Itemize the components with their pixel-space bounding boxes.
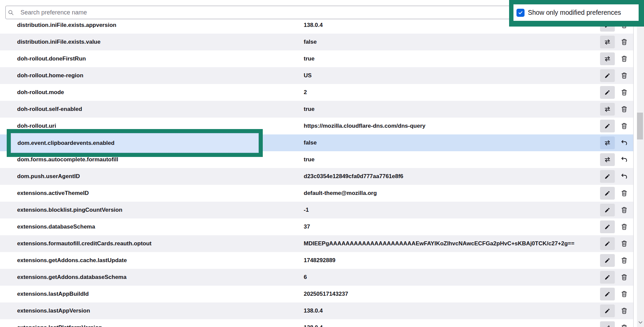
table-right-border	[633, 19, 634, 327]
delete-or-reset-button[interactable]	[617, 254, 632, 267]
toggle-or-edit-button[interactable]	[600, 170, 615, 183]
toggle-or-edit-button[interactable]	[600, 220, 615, 233]
delete-or-reset-button[interactable]	[617, 69, 632, 82]
pref-row[interactable]: doh-rollout.self-enabled true	[0, 101, 633, 118]
pref-row[interactable]: extensions.lastAppVersion 138.0.4	[0, 302, 633, 319]
delete-or-reset-button[interactable]	[617, 120, 632, 132]
pref-name: doh-rollout.self-enabled	[17, 101, 82, 118]
pref-value: false	[304, 134, 317, 151]
pref-value: 138.0.4	[304, 302, 323, 319]
pref-row[interactable]: dom.push.userAgentID d23c0354e12849cfa0d…	[0, 168, 633, 185]
trash-icon	[621, 123, 628, 129]
delete-or-reset-button[interactable]	[617, 187, 632, 200]
edit-pencil-icon	[604, 190, 610, 196]
toggle-or-edit-button[interactable]	[600, 237, 615, 250]
checkbox-container: Show only modified preferences	[513, 4, 639, 21]
scroll-down-arrow-icon[interactable]	[638, 320, 643, 325]
pref-value: 1748292889	[304, 252, 336, 269]
pref-row[interactable]: extensions.formautofill.creditCards.reau…	[0, 235, 633, 252]
delete-or-reset-button[interactable]	[617, 204, 632, 216]
undo-icon	[621, 156, 628, 163]
pref-row[interactable]: extensions.lastAppBuildId 20250517143237	[0, 286, 633, 302]
toggle-or-edit-button[interactable]	[600, 321, 615, 327]
preferences-table: distribution.iniFile.exists.appversion 1…	[0, 17, 633, 327]
toggle-icon	[604, 156, 611, 163]
about-config-page: distribution.iniFile.exists.appversion 1…	[0, 0, 644, 327]
delete-or-reset-button[interactable]	[617, 288, 632, 300]
toggle-or-edit-button[interactable]	[600, 187, 615, 200]
delete-or-reset-button[interactable]	[617, 103, 632, 116]
pref-name: doh-rollout.mode	[17, 84, 64, 101]
show-modified-label: Show only modified preferences	[528, 9, 621, 16]
search-icon	[8, 10, 14, 15]
toggle-or-edit-button[interactable]	[600, 69, 615, 82]
show-modified-checkbox[interactable]	[516, 9, 525, 17]
edit-pencil-icon	[604, 274, 610, 280]
delete-or-reset-button[interactable]	[617, 136, 632, 149]
toggle-or-edit-button[interactable]	[600, 204, 615, 216]
pref-row[interactable]: extensions.activeThemeID default-theme@m…	[0, 185, 633, 202]
pref-row[interactable]: extensions.blocklist.pingCountVersion -1	[0, 202, 633, 218]
pref-row[interactable]: extensions.getAddons.cache.lastUpdate 17…	[0, 252, 633, 269]
undo-icon	[621, 139, 628, 146]
toggle-or-edit-button[interactable]	[600, 103, 615, 116]
toggle-or-edit-button[interactable]	[600, 271, 615, 284]
scrollbar-thumb[interactable]	[637, 113, 643, 139]
toggle-or-edit-button[interactable]	[600, 52, 615, 65]
delete-or-reset-button[interactable]	[617, 52, 632, 65]
vertical-scrollbar[interactable]	[637, 0, 644, 327]
delete-or-reset-button[interactable]	[617, 153, 632, 166]
edit-pencil-icon	[604, 89, 610, 95]
toggle-or-edit-button[interactable]	[600, 36, 615, 48]
pref-name: extensions.databaseSchema	[17, 218, 95, 235]
pref-row[interactable]: doh-rollout.doneFirstRun true	[0, 50, 633, 67]
selected-pref-name: dom.event.clipboardevents.enabled	[17, 140, 114, 147]
pref-name: extensions.lastAppBuildId	[17, 286, 89, 302]
pref-row[interactable]: distribution.iniFile.exists.value false	[0, 34, 633, 50]
pref-value: 6	[304, 269, 307, 286]
delete-or-reset-button[interactable]	[617, 86, 632, 99]
trash-icon	[621, 55, 628, 62]
pref-value: -1	[304, 202, 309, 218]
selected-pref-cell[interactable]: dom.event.clipboardevents.enabled	[11, 133, 259, 153]
edit-pencil-icon	[604, 207, 610, 213]
pref-value: 138.0.4	[304, 319, 323, 327]
pref-name: extensions.lastAppVersion	[17, 302, 90, 319]
pref-row[interactable]: extensions.databaseSchema 37	[0, 218, 633, 235]
delete-or-reset-button[interactable]	[617, 304, 632, 317]
edit-pencil-icon	[604, 308, 610, 314]
checkmark-icon	[518, 10, 523, 15]
trash-icon	[621, 39, 628, 45]
pref-value: 37	[304, 218, 310, 235]
toggle-or-edit-button[interactable]	[600, 254, 615, 267]
pref-row[interactable]: doh-rollout.mode 2	[0, 84, 633, 101]
trash-icon	[621, 257, 628, 264]
pref-name: extensions.blocklist.pingCountVersion	[17, 202, 122, 218]
pref-value: https://mozilla.cloudflare-dns.com/dns-q…	[304, 118, 426, 134]
toggle-or-edit-button[interactable]	[600, 86, 615, 99]
pref-row[interactable]: doh-rollout.home-region US	[0, 67, 633, 84]
delete-or-reset-button[interactable]	[617, 271, 632, 284]
delete-or-reset-button[interactable]	[617, 237, 632, 250]
edit-pencil-icon	[604, 325, 610, 327]
delete-or-reset-button[interactable]	[617, 36, 632, 48]
delete-or-reset-button[interactable]	[617, 220, 632, 233]
pref-value: false	[304, 34, 317, 50]
edit-pencil-icon	[604, 73, 610, 79]
highlight-box-checkbox: Show only modified preferences	[509, 0, 644, 27]
toggle-or-edit-button[interactable]	[600, 304, 615, 317]
toggle-or-edit-button[interactable]	[600, 120, 615, 132]
trash-icon	[621, 72, 628, 79]
delete-or-reset-button[interactable]	[617, 321, 632, 327]
toggle-or-edit-button[interactable]	[600, 288, 615, 300]
pref-name: extensions.formautofill.creditCards.reau…	[17, 235, 152, 252]
pref-name: dom.push.userAgentID	[17, 168, 80, 185]
trash-icon	[621, 190, 628, 197]
edit-pencil-icon	[604, 241, 610, 247]
toggle-or-edit-button[interactable]	[600, 136, 615, 149]
pref-row[interactable]: extensions.getAddons.databaseSchema 6	[0, 269, 633, 286]
trash-icon	[621, 324, 628, 327]
pref-row[interactable]: extensions.lastPlatformVersion 138.0.4	[0, 319, 633, 327]
delete-or-reset-button[interactable]	[617, 170, 632, 183]
toggle-or-edit-button[interactable]	[600, 153, 615, 166]
